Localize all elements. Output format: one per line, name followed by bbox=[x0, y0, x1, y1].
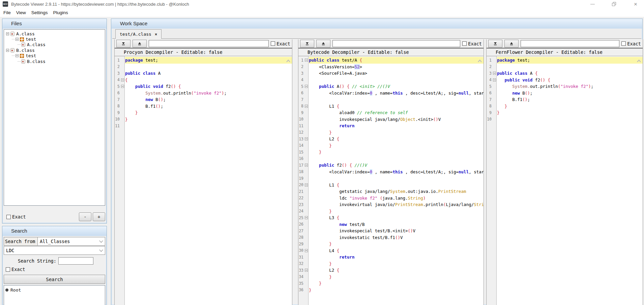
search-string-input[interactable] bbox=[58, 257, 93, 265]
fold-collapse-icon[interactable] bbox=[493, 72, 496, 75]
search-previous-button[interactable] bbox=[316, 40, 330, 47]
minimize-icon[interactable] bbox=[589, 1, 596, 7]
tab-label: test/A.class bbox=[120, 32, 151, 37]
search-root-node[interactable]: Root bbox=[4, 287, 105, 293]
line-number: 8 bbox=[487, 104, 492, 108]
procyon-code-area: 1234567891011package test;public class A… bbox=[115, 56, 292, 305]
line-number: 4 bbox=[298, 77, 304, 82]
bytecode-exact-checkbox[interactable]: Exact bbox=[462, 41, 482, 46]
tree-item-test[interactable]: test bbox=[4, 36, 105, 42]
fold-collapse-icon[interactable] bbox=[305, 85, 308, 88]
fernflower-exact-checkbox[interactable]: Exact bbox=[621, 41, 641, 46]
restore-icon[interactable] bbox=[610, 1, 618, 7]
code-line: package test; bbox=[497, 57, 643, 64]
files-exact-checkbox[interactable]: Exact bbox=[6, 214, 26, 219]
code-line: } bbox=[309, 280, 484, 287]
tree-item-test[interactable]: test bbox=[4, 53, 105, 59]
code-line: } bbox=[309, 274, 484, 280]
package-icon bbox=[20, 37, 24, 41]
collapse-icon[interactable] bbox=[6, 49, 9, 52]
search-exact-label: Exact bbox=[11, 267, 25, 272]
search-next-button[interactable] bbox=[488, 40, 502, 47]
collapse-icon[interactable] bbox=[16, 38, 19, 41]
checkbox-icon[interactable] bbox=[6, 267, 10, 272]
collapse-icon[interactable] bbox=[16, 54, 19, 57]
code-line: { bbox=[125, 77, 292, 83]
fold-slot bbox=[304, 96, 308, 103]
procyon-exact-checkbox[interactable]: Exact bbox=[271, 41, 290, 46]
gutter-row: 8 bbox=[487, 103, 496, 110]
fold-collapse-icon[interactable] bbox=[305, 269, 308, 272]
fold-collapse-icon[interactable] bbox=[305, 59, 308, 62]
code-line: } bbox=[125, 116, 292, 123]
fernflower-exact-label: Exact bbox=[627, 41, 641, 46]
search-next-button[interactable] bbox=[300, 40, 314, 47]
font-decrease-button[interactable]: - bbox=[79, 212, 91, 221]
fold-collapse-icon[interactable] bbox=[305, 105, 308, 108]
procyon-search-field[interactable] bbox=[149, 40, 269, 47]
bytecode-header: Bytecode Decompiler - Editable: false bbox=[298, 48, 484, 56]
fold-collapse-icon[interactable] bbox=[305, 216, 308, 219]
arrow-up-icon bbox=[138, 42, 142, 46]
checkbox-icon[interactable] bbox=[6, 215, 11, 219]
chevron-up-icon[interactable] bbox=[477, 58, 482, 61]
chevron-up-icon[interactable] bbox=[286, 58, 291, 61]
bytecode-search-field[interactable] bbox=[332, 40, 460, 47]
code-line: L2 { bbox=[309, 267, 484, 274]
fold-slot bbox=[492, 109, 496, 116]
checkbox-icon[interactable] bbox=[271, 41, 275, 46]
fold-slot bbox=[304, 129, 308, 136]
code-line: return bbox=[309, 254, 484, 261]
line-number: 10 bbox=[298, 117, 304, 122]
gutter-row: 24 bbox=[298, 208, 308, 215]
fold-collapse-icon[interactable] bbox=[305, 183, 308, 187]
fernflower-search-field[interactable] bbox=[521, 40, 619, 47]
class-file-icon bbox=[21, 42, 25, 47]
search-previous-button[interactable] bbox=[133, 40, 147, 47]
menu-view[interactable]: View bbox=[13, 10, 29, 15]
chevron-up-icon[interactable] bbox=[637, 58, 641, 61]
code-line: L4 { bbox=[309, 247, 484, 254]
search-exact-checkbox[interactable]: Exact bbox=[6, 267, 25, 272]
search-previous-button[interactable] bbox=[504, 40, 519, 47]
package-icon bbox=[20, 54, 24, 58]
tab-test-a-class[interactable]: test/A.class × bbox=[115, 29, 162, 39]
code-line: return bbox=[309, 123, 484, 129]
gutter-row: 8 bbox=[115, 103, 124, 110]
fold-collapse-icon[interactable] bbox=[121, 78, 124, 81]
line-number: 36 bbox=[298, 287, 304, 292]
menu-plugins[interactable]: Plugins bbox=[51, 10, 71, 15]
line-number: 30 bbox=[298, 248, 304, 253]
menu-settings[interactable]: Settings bbox=[29, 10, 51, 15]
line-number: 15 bbox=[298, 150, 304, 155]
tree-item-b-class[interactable]: B.class bbox=[4, 59, 105, 64]
fold-collapse-icon[interactable] bbox=[305, 249, 308, 252]
fold-slot bbox=[120, 70, 124, 77]
fold-slot bbox=[304, 214, 308, 221]
tree-item-b-class[interactable]: B.class bbox=[4, 47, 105, 53]
line-number: 19 bbox=[298, 176, 304, 181]
fold-collapse-icon[interactable] bbox=[493, 78, 496, 81]
search-next-button[interactable] bbox=[116, 40, 130, 47]
tree-item-a-class[interactable]: A.class bbox=[4, 42, 105, 47]
checkbox-icon[interactable] bbox=[621, 41, 626, 46]
tree-item-a-class[interactable]: A.class bbox=[4, 31, 105, 36]
line-number: 1 bbox=[487, 58, 492, 63]
fold-slot bbox=[120, 109, 124, 116]
font-increase-button[interactable]: + bbox=[93, 212, 105, 221]
code-line: new B(); bbox=[125, 96, 292, 103]
search-from-select[interactable]: All_Classes bbox=[37, 237, 105, 246]
close-icon[interactable]: × bbox=[632, 1, 639, 7]
search-type-select[interactable]: LDC bbox=[4, 246, 105, 255]
tab-close-icon[interactable]: × bbox=[155, 32, 157, 37]
search-button[interactable]: Search bbox=[4, 275, 105, 284]
gutter-row: 2 bbox=[298, 64, 308, 70]
fold-collapse-icon[interactable] bbox=[305, 164, 308, 167]
fold-collapse-icon[interactable] bbox=[305, 137, 308, 140]
collapse-icon[interactable] bbox=[6, 32, 9, 35]
fold-collapse-icon[interactable] bbox=[121, 85, 124, 88]
gutter-row: 21 bbox=[298, 188, 308, 195]
menu-file[interactable]: File bbox=[1, 10, 13, 15]
fold-slot bbox=[120, 116, 124, 123]
checkbox-icon[interactable] bbox=[462, 41, 467, 46]
